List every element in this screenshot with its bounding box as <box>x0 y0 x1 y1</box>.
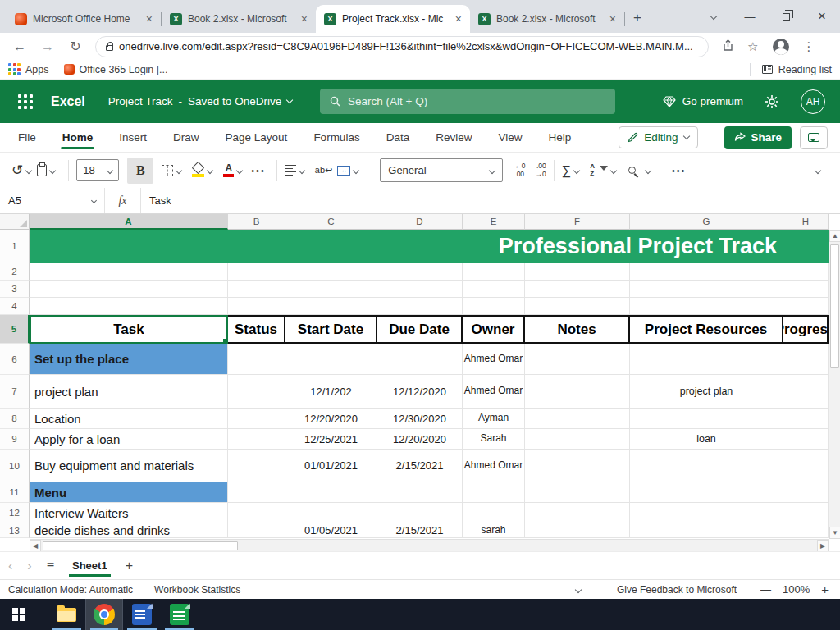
saved-status[interactable]: Saved to OneDrive <box>188 95 281 107</box>
cell-E10[interactable]: Ahmed Omar <box>463 450 525 482</box>
cell-H9[interactable] <box>783 429 829 450</box>
column-header-F[interactable]: F <box>525 214 630 230</box>
zoom-level[interactable]: 100% <box>783 583 810 596</box>
cell-E11[interactable] <box>463 482 525 503</box>
cell-G3[interactable] <box>630 281 783 298</box>
share-button[interactable]: Share <box>724 126 792 149</box>
restore-button[interactable] <box>768 0 804 33</box>
column-header-G[interactable]: G <box>630 214 783 230</box>
ribbon-tab-formulas[interactable]: Formulas <box>300 123 372 152</box>
fill-handle[interactable] <box>222 338 227 343</box>
sheet-list-menu-icon[interactable]: ≡ <box>47 559 54 573</box>
column-header-D[interactable]: D <box>377 214 463 230</box>
ribbon-tab-home[interactable]: Home <box>49 123 107 152</box>
sort-filter-button[interactable]: AZ <box>590 163 616 177</box>
cell-A8[interactable]: Location <box>30 409 228 429</box>
cell-E4[interactable] <box>463 298 525 315</box>
forward-button[interactable]: → <box>36 39 59 54</box>
new-tab-button[interactable]: + <box>633 10 641 26</box>
horizontal-scroll-thumb[interactable] <box>43 541 238 550</box>
cell-H10[interactable] <box>783 450 829 482</box>
bookmark-star-icon[interactable]: ☆ <box>747 39 758 54</box>
bookmark-2[interactable]: Office 365 Login |... <box>64 64 168 75</box>
cell-B4[interactable] <box>228 298 285 315</box>
cell-F10[interactable] <box>525 450 630 482</box>
cell-A11[interactable]: Menu <box>30 482 228 503</box>
sheet-tab-sheet1[interactable]: Sheet1 <box>69 555 111 577</box>
cell-B7[interactable] <box>228 375 285 409</box>
editing-mode-button[interactable]: Editing <box>619 126 697 148</box>
cell-C7[interactable]: 12/1/202 <box>285 375 377 409</box>
account-avatar[interactable]: AH <box>801 89 825 114</box>
chrome-taskbar-item[interactable] <box>85 599 123 630</box>
cell-B6[interactable] <box>228 344 285 375</box>
paste-button[interactable] <box>37 164 55 176</box>
close-window-button[interactable]: × <box>804 0 840 33</box>
cell-A9[interactable]: Apply for a loan <box>30 429 228 450</box>
ribbon-tab-review[interactable]: Review <box>422 123 485 152</box>
reading-list-button[interactable]: Reading list <box>750 63 832 76</box>
row-number-10[interactable]: 10 <box>0 450 30 482</box>
status-bar-chevron-icon[interactable] <box>575 586 582 592</box>
ribbon-tab-help[interactable]: Help <box>535 123 584 152</box>
cell-C6[interactable] <box>285 344 377 375</box>
cell-D13[interactable]: 2/15/2021 <box>377 523 463 538</box>
cell-H3[interactable] <box>783 281 829 298</box>
cell-G7[interactable]: project plan <box>630 375 783 409</box>
cell-H4[interactable] <box>783 298 829 315</box>
find-button[interactable] <box>628 167 651 174</box>
row-number-9[interactable]: 9 <box>0 429 30 450</box>
cell-C9[interactable]: 12/25/2021 <box>285 429 377 450</box>
next-sheet-button[interactable]: › <box>27 559 31 573</box>
ribbon-tab-page-layout[interactable]: Page Layout <box>212 123 301 152</box>
row-number-5[interactable]: 5 <box>0 315 30 344</box>
autosum-button[interactable]: ∑ <box>562 163 579 178</box>
cell-G12[interactable] <box>630 503 783 523</box>
ribbon-tab-data[interactable]: Data <box>373 123 423 152</box>
settings-gear-icon[interactable] <box>765 94 779 109</box>
browser-tab-3[interactable]: XProject Track.xlsx - Mic× <box>316 5 470 33</box>
cell-G11[interactable] <box>630 482 783 503</box>
app-name[interactable]: Excel <box>51 94 85 109</box>
cell-F12[interactable] <box>525 503 630 523</box>
number-format-select[interactable]: General <box>380 158 503 182</box>
row-number-13[interactable]: 13 <box>0 523 30 538</box>
cell-C5[interactable]: Start Date <box>285 315 377 344</box>
back-button[interactable]: ← <box>8 39 31 54</box>
writer-taskbar-item[interactable] <box>123 599 161 630</box>
file-explorer-taskbar-item[interactable] <box>48 599 85 630</box>
cell-D5[interactable]: Due Date <box>377 315 463 344</box>
ribbon-tab-file[interactable]: File <box>5 123 49 152</box>
cell-G8[interactable] <box>630 409 783 429</box>
cell-B11[interactable] <box>228 482 285 503</box>
cell-B3[interactable] <box>228 281 285 298</box>
cell-B8[interactable] <box>228 409 285 429</box>
cell-F9[interactable] <box>525 429 630 450</box>
cell-E9[interactable]: Sarah <box>463 429 525 450</box>
browser-menu-icon[interactable]: ⋮ <box>802 39 815 54</box>
tab-close-icon[interactable]: × <box>455 13 462 25</box>
cell-H7[interactable] <box>783 375 829 409</box>
cell-A13[interactable]: decide dishes and drinks <box>30 523 228 538</box>
cell-D11[interactable] <box>377 482 463 503</box>
cell-E3[interactable] <box>463 281 525 298</box>
decrease-decimal-button[interactable]: ←0.00 <box>514 162 525 179</box>
reload-button[interactable]: ↻ <box>64 39 87 54</box>
cell-D3[interactable] <box>377 281 463 298</box>
start-button[interactable] <box>0 599 38 630</box>
feedback-link[interactable]: Give Feedback to Microsoft <box>617 584 737 596</box>
font-color-button[interactable]: A <box>223 163 242 177</box>
ribbon-tab-insert[interactable]: Insert <box>106 123 160 152</box>
merge-center-button[interactable]: ↔ <box>337 166 358 176</box>
font-size-select[interactable]: 18 <box>76 159 119 181</box>
padlock-icon[interactable] <box>106 45 113 51</box>
tab-close-icon[interactable]: × <box>146 13 153 25</box>
cell-G13[interactable] <box>630 523 783 538</box>
cell-C3[interactable] <box>285 281 377 298</box>
cell-F6[interactable] <box>525 344 630 375</box>
cell-E7[interactable]: Ahmed Omar <box>463 375 525 409</box>
column-header-C[interactable]: C <box>285 214 377 230</box>
cell-C13[interactable]: 01/05/2021 <box>285 523 377 538</box>
cell-D8[interactable]: 12/30/2020 <box>377 409 463 429</box>
cell-F3[interactable] <box>525 281 630 298</box>
